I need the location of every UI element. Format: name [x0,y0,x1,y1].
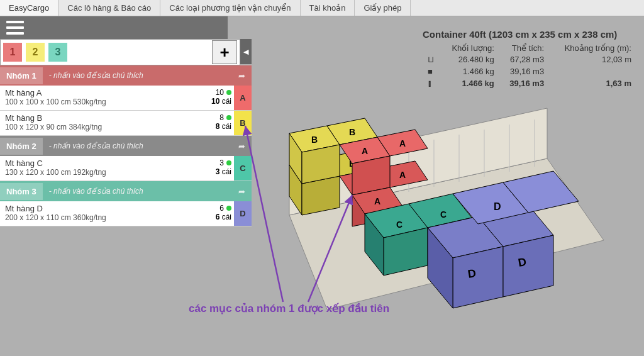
number-tab-3[interactable]: 3 [48,43,67,62]
item-requested: 10 [216,88,224,97]
item-unit: cái [222,167,231,176]
nav-tab-account[interactable]: Tài khoản [301,0,355,16]
number-tabs-row: 1 2 3 + [0,39,240,65]
item-info: Mt hàng B 100 x 120 x 90 cm 384kg/tng [0,111,206,135]
group-header-2[interactable]: Nhóm 2 - nhấn vào để sửa chú thích ➦ [0,136,252,156]
annotation-text: các mục của nhóm 1 được xếp đầu tiên [189,302,389,315]
group-action-icon[interactable]: ➦ [231,187,252,196]
group-action-icon[interactable]: ➦ [231,71,252,81]
item-loaded: 3 [216,167,220,176]
cargo-item-row[interactable]: Mt hàng C 130 x 120 x 100 cm 192kg/tng 3… [0,156,252,181]
svg-text:B: B [349,127,355,137]
item-info: Mt hàng C 130 x 120 x 100 cm 192kg/tng [0,156,206,181]
group-header-3[interactable]: Nhóm 3 - nhấn vào để sửa chú thích ➦ [0,181,252,201]
item-unit: cái [222,97,231,106]
item-loaded: 10 [211,97,219,106]
group-name: Nhóm 1 [0,67,43,84]
item-dimensions: 130 x 120 x 100 cm 192kg/tng [5,168,201,177]
svg-text:A: A [374,196,380,206]
group-hint[interactable]: - nhấn vào để sửa chú thích [43,187,231,196]
hamburger-icon[interactable] [6,21,24,35]
item-dimensions: 100 x 100 x 100 cm 530kg/tng [5,97,201,106]
svg-text:C: C [440,209,447,220]
container-title: Container 40ft (1203 cm x 235 cm x 238 c… [423,29,636,40]
item-unit: cái [222,213,231,221]
svg-text:A: A [399,170,406,180]
status-dot-icon [226,160,231,165]
collapse-panel-button[interactable]: ◀ [240,39,252,64]
number-tab-1[interactable]: 1 [3,43,22,62]
cargo-item-row[interactable]: Mt hàng D 200 x 120 x 110 cm 360kg/tng 6… [0,201,252,226]
cargo-panel: 1 2 3 + ◀ Nhóm 1 - nhấn vào để sửa chú t… [0,39,252,226]
item-requested: 8 [219,113,224,122]
item-dimensions: 100 x 120 x 90 cm 384kg/tng [5,123,201,131]
item-dimensions: 200 x 120 x 110 cm 360kg/tng [5,213,201,222]
item-label-badge[interactable]: A [234,86,252,110]
item-requested: 3 [219,159,224,167]
item-label-badge[interactable]: C [234,156,252,181]
group-action-icon[interactable]: ➦ [231,142,252,151]
nav-tab-license[interactable]: Giấy phép [355,0,411,16]
group-header-1[interactable]: Nhóm 1 - nhấn vào để sửa chú thích ➦ [0,65,252,86]
item-counts: 8 8 cái [206,111,234,135]
item-title: Mt hàng A [5,88,201,97]
item-loaded: 8 [216,122,220,131]
item-title: Mt hàng B [5,113,201,123]
cargo-item-row[interactable]: Mt hàng B 100 x 120 x 90 cm 384kg/tng 8 … [0,111,252,136]
item-loaded: 6 [216,213,220,221]
item-info: Mt hàng D 200 x 120 x 110 cm 360kg/tng [0,201,206,226]
status-dot-icon [226,115,231,120]
item-unit: cái [222,122,231,131]
item-counts: 6 6 cái [206,201,234,226]
app-bar [0,16,228,39]
status-dot-icon [226,90,231,95]
group-hint[interactable]: - nhấn vào để sửa chú thích [43,71,231,80]
item-info: Mt hàng A 100 x 100 x 100 cm 530kg/tng [0,86,206,110]
item-title: Mt hàng D [5,204,201,213]
top-nav: EasyCargo Các lô hàng & Báo cáo Các loại… [0,0,644,16]
status-dot-icon [226,206,231,211]
item-requested: 6 [219,204,224,213]
app-name-tab[interactable]: EasyCargo [0,0,58,16]
group-hint[interactable]: - nhấn vào để sửa chú thích [43,142,231,150]
item-counts: 3 3 cái [206,156,234,181]
item-label-badge[interactable]: B [234,111,252,135]
group-name: Nhóm 2 [0,138,43,155]
svg-text:B: B [311,135,318,145]
cargo-item-row[interactable]: Mt hàng A 100 x 100 x 100 cm 530kg/tng 1… [0,86,252,111]
item-label-badge[interactable]: D [234,201,252,226]
number-tab-2[interactable]: 2 [26,43,45,62]
nav-tab-vehicles[interactable]: Các loại phương tiện vận chuyển [160,0,300,16]
item-counts: 10 10 cái [206,86,234,110]
item-title: Mt hàng C [5,159,201,168]
svg-text:A: A [399,138,406,148]
add-tab-button[interactable]: + [212,40,237,64]
nav-tab-shipments[interactable]: Các lô hàng & Báo cáo [58,0,160,16]
group-name: Nhóm 3 [0,183,43,200]
svg-text:C: C [396,220,402,230]
svg-text:D: D [494,201,501,212]
svg-text:A: A [362,146,368,156]
